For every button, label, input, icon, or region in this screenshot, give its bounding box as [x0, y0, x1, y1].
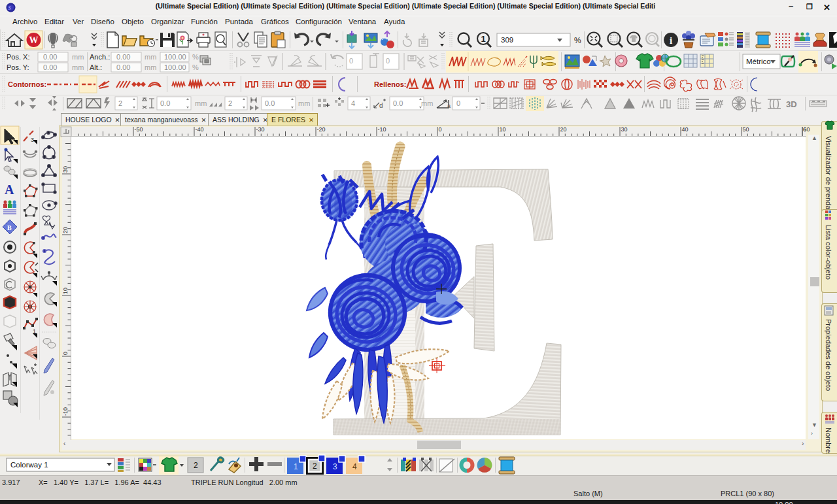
svg-text:3: 3: [333, 462, 337, 471]
svg-text:Colorway 1: Colorway 1: [10, 461, 48, 469]
svg-text:mm: mm: [72, 63, 84, 71]
svg-text:0: 0: [456, 99, 460, 107]
svg-text:40: 40: [682, 126, 689, 133]
svg-text:50: 50: [743, 126, 749, 133]
svg-text:%: %: [192, 63, 199, 71]
svg-text:-10: -10: [62, 407, 69, 416]
svg-text:Anch.:: Anch.:: [90, 53, 110, 61]
svg-text:a: a: [447, 103, 451, 109]
svg-text:0: 0: [62, 352, 69, 355]
svg-text:6: 6: [803, 126, 806, 133]
svg-text:0.00: 0.00: [116, 53, 130, 61]
svg-text:Pos. X:: Pos. X:: [7, 53, 29, 61]
svg-text:Contornos:: Contornos:: [8, 80, 46, 88]
svg-text:10: 10: [500, 126, 506, 133]
svg-text:10: 10: [62, 288, 69, 294]
svg-text:309: 309: [501, 36, 513, 44]
svg-text:2: 2: [194, 461, 198, 470]
svg-text:3D: 3D: [786, 99, 797, 109]
svg-text:2: 2: [118, 99, 122, 107]
svg-text:A: A: [5, 182, 14, 197]
svg-text:B: B: [7, 224, 12, 231]
svg-text:-10: -10: [378, 126, 386, 133]
svg-text:mm: mm: [145, 53, 156, 61]
svg-text:4: 4: [351, 99, 355, 107]
svg-text:Métrico: Métrico: [746, 58, 771, 65]
svg-text:S: S: [9, 5, 12, 11]
svg-text:0.00: 0.00: [43, 53, 57, 61]
svg-text:2: 2: [228, 99, 232, 107]
svg-text:Pos. Y:: Pos. Y:: [7, 63, 29, 71]
svg-text:0: 0: [439, 126, 442, 133]
svg-text:0: 0: [386, 57, 390, 65]
svg-text:0.0: 0.0: [160, 99, 170, 107]
svg-text:mm: mm: [195, 99, 207, 107]
svg-text:i: i: [670, 35, 672, 46]
svg-text:0: 0: [349, 57, 353, 65]
svg-text:mm: mm: [298, 99, 310, 107]
svg-text:Rellenos:: Rellenos:: [374, 80, 407, 88]
svg-text:30: 30: [62, 166, 69, 173]
svg-text:W: W: [29, 35, 39, 45]
svg-text:100.00: 100.00: [164, 63, 186, 71]
svg-text:%: %: [192, 53, 199, 61]
svg-text:-50: -50: [135, 126, 143, 133]
svg-text:mm: mm: [72, 53, 84, 61]
svg-text:-20: -20: [317, 126, 326, 133]
svg-text:Alt.:: Alt.:: [90, 63, 102, 71]
svg-text:mm: mm: [421, 99, 433, 107]
svg-text:%: %: [574, 36, 581, 45]
svg-text:d: d: [379, 102, 383, 109]
svg-text:0.0: 0.0: [265, 99, 275, 107]
svg-text:mm: mm: [145, 63, 156, 71]
svg-text:100.00: 100.00: [164, 53, 186, 61]
svg-text:0.00: 0.00: [43, 63, 57, 71]
svg-text:-30: -30: [256, 126, 265, 133]
svg-text:20: 20: [560, 126, 567, 133]
svg-text:20: 20: [62, 227, 69, 233]
svg-text:1: 1: [481, 34, 485, 44]
svg-text:4: 4: [352, 462, 357, 471]
svg-text:1: 1: [294, 462, 298, 471]
svg-text:0.0: 0.0: [393, 99, 403, 107]
svg-text:2: 2: [313, 462, 317, 471]
svg-text:30: 30: [621, 126, 628, 133]
svg-text:0.00: 0.00: [116, 63, 130, 71]
svg-text:-40: -40: [196, 126, 204, 133]
